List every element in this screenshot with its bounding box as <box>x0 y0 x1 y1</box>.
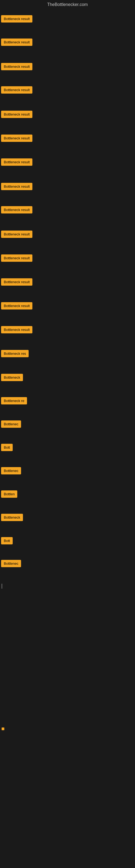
list-item: Bottleneck result <box>1 86 32 94</box>
list-item: Bott <box>1 537 13 546</box>
cursor-indicator <box>2 584 2 589</box>
site-title: TheBottlenecker.com <box>0 0 135 9</box>
bottleneck-badge: Bott <box>1 537 13 545</box>
bottleneck-badge: Bottleneck <box>1 374 23 381</box>
page-wrapper: TheBottlenecker.com Bottleneck result Bo… <box>0 0 135 868</box>
bottleneck-badge: Bottleneck result <box>1 38 32 46</box>
bottleneck-badge: Bottleneck result <box>1 206 32 214</box>
bottleneck-badge: Bottleneck result <box>1 278 32 286</box>
bottleneck-badge: Bottleneck result <box>1 86 32 94</box>
list-item: Bottleneck result <box>1 111 32 118</box>
list-item: Bottleneck re <box>1 397 27 405</box>
list-item: Bottleneck result <box>1 278 32 286</box>
list-item: Bottleneck result <box>1 15 32 23</box>
list-item: Bottleneck result <box>1 206 32 214</box>
bottleneck-badge: Bottleneck res <box>1 350 29 357</box>
bottleneck-badge: Bottleneck result <box>1 254 32 262</box>
bottleneck-badge: Bottleneck result <box>1 326 32 333</box>
bottleneck-badge: Bottleneck result <box>1 134 32 142</box>
list-item: Bottleneck result <box>1 230 32 238</box>
list-item: Bottleneck result <box>1 326 32 333</box>
bottleneck-badge: Bottleneck result <box>1 63 32 70</box>
bottleneck-badge: Bottleneck result <box>1 158 32 166</box>
bottleneck-badge: Bottlenec <box>1 421 21 428</box>
bottleneck-badge: Bottleneck result <box>1 111 32 118</box>
bottleneck-badge: Bott <box>1 444 13 451</box>
small-indicator <box>2 727 4 730</box>
bottleneck-badge: Bottlen <box>1 490 17 498</box>
bottleneck-badge: Bottleneck result <box>1 302 32 310</box>
list-item: Bottleneck result <box>1 254 32 262</box>
list-item: Bottleneck result <box>1 134 32 142</box>
list-item: Bottleneck result <box>1 183 32 190</box>
bottleneck-badge: Bottleneck result <box>1 15 32 23</box>
list-item: Bottleneck result <box>1 38 32 46</box>
list-item: Bottleneck <box>1 374 23 382</box>
list-item: Bottlenec <box>1 467 21 475</box>
bottleneck-badge: Bottleneck <box>1 514 23 521</box>
bottleneck-badge: Bottleneck re <box>1 397 27 404</box>
list-item: Bott <box>1 444 13 452</box>
list-item: Bottleneck result <box>1 158 32 166</box>
bottleneck-badge: Bottlenec <box>1 467 21 474</box>
list-item: Bottlenec <box>1 421 21 429</box>
list-item: Bottleneck <box>1 514 23 522</box>
bottleneck-badge: Bottlenec <box>1 560 21 567</box>
list-item: Bottleneck res <box>1 350 29 358</box>
list-item: Bottlen <box>1 490 17 499</box>
list-item: Bottlenec <box>1 560 21 568</box>
bottleneck-badge: Bottleneck result <box>1 183 32 190</box>
bottleneck-badge: Bottleneck result <box>1 230 32 238</box>
list-item: Bottleneck result <box>1 302 32 310</box>
list-item: Bottleneck result <box>1 63 32 70</box>
